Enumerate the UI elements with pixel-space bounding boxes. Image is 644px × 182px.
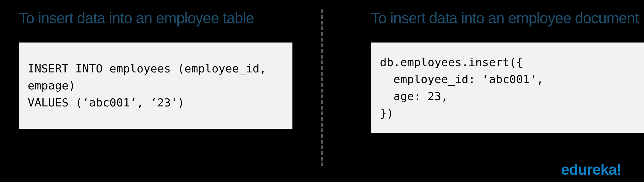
- right-code-block: db.employees.insert({ employee_id: ‘abc0…: [371, 43, 644, 133]
- brand-logo: edureka!: [561, 161, 621, 178]
- left-panel: To insert data into an employee table IN…: [0, 0, 311, 182]
- left-code-block: INSERT INTO employees (employee_id, empa…: [19, 43, 292, 129]
- right-heading: To insert data into an employee document: [330, 9, 644, 27]
- right-panel: To insert data into an employee document…: [311, 0, 644, 182]
- comparison-container: To insert data into an employee table IN…: [0, 0, 644, 182]
- left-heading: To insert data into an employee table: [19, 9, 292, 27]
- vertical-divider: [321, 9, 323, 166]
